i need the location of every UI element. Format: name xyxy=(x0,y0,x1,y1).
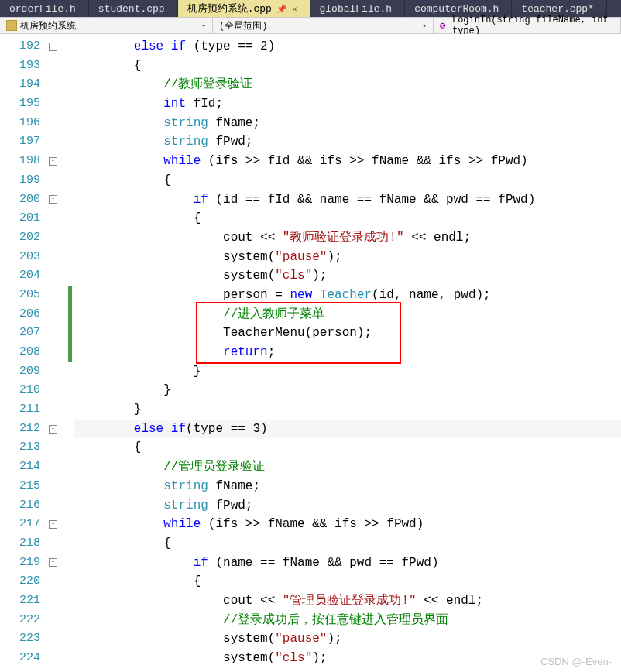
file-icon xyxy=(6,20,17,31)
chevron-down-icon[interactable]: ▾ xyxy=(202,22,206,30)
close-icon[interactable]: ✕ xyxy=(292,4,297,14)
code-line[interactable]: system("cls"); xyxy=(74,266,327,286)
line-number: 210 xyxy=(0,381,40,400)
code-line[interactable]: //进入教师子菜单 xyxy=(74,305,324,324)
code-line[interactable]: } xyxy=(74,362,201,382)
code-line[interactable]: system("pause"); xyxy=(74,248,342,267)
fold-toggle[interactable]: - xyxy=(49,520,57,529)
line-number: 215 xyxy=(0,477,40,496)
context-function-label: LoginIn(string fileName, int type) xyxy=(452,15,614,36)
code-line[interactable]: { xyxy=(74,438,141,458)
code-line[interactable]: { xyxy=(74,57,141,76)
fold-gutter[interactable]: ------ xyxy=(46,34,68,672)
line-number: 206 xyxy=(0,305,40,324)
line-number: 220 xyxy=(0,572,40,591)
line-number: 197 xyxy=(0,132,40,152)
pin-icon: 📌 xyxy=(276,4,287,14)
code-line[interactable]: } xyxy=(74,400,141,420)
change-mark-gutter xyxy=(68,34,74,672)
line-number: 224 xyxy=(0,649,40,668)
tab-label: student.cpp xyxy=(98,3,165,15)
function-icon: ⊘ xyxy=(440,20,449,31)
context-file[interactable]: 机房预约系统 ▾ xyxy=(0,18,213,33)
line-number: 200 xyxy=(0,190,40,210)
code-area[interactable]: else if (type == 2) { //教师登录验证 int fId; … xyxy=(74,34,621,672)
line-number: 211 xyxy=(0,400,40,420)
code-line[interactable]: string fPwd; xyxy=(74,132,252,152)
code-line[interactable]: system("pause"); xyxy=(74,629,342,649)
fold-toggle[interactable]: - xyxy=(49,558,57,567)
context-file-label: 机房预约系统 xyxy=(20,19,76,33)
code-line[interactable]: return; xyxy=(74,343,275,362)
code-line[interactable]: string fPwd; xyxy=(74,496,252,516)
line-number: 201 xyxy=(0,209,40,228)
code-line[interactable]: TeacherMenu(person); xyxy=(74,324,372,343)
tab-studentcpp[interactable]: student.cpp xyxy=(89,0,178,17)
tab-orderFileh[interactable]: orderFile.h xyxy=(0,0,89,17)
context-scope[interactable]: (全局范围) ▾ xyxy=(213,18,434,33)
code-line[interactable]: cout << "管理员验证登录成功!" << endl; xyxy=(74,591,483,611)
code-line[interactable]: if (name == fName && pwd == fPwd) xyxy=(74,554,438,573)
code-line[interactable]: if (id == fId && name == fName && pwd ==… xyxy=(74,190,535,210)
line-number: 209 xyxy=(0,362,40,382)
line-number: 222 xyxy=(0,611,40,630)
tab-label: teacher.cpp* xyxy=(521,3,594,15)
fold-toggle[interactable]: - xyxy=(49,43,57,51)
code-line[interactable]: while (ifs >> fId && ifs >> fName && ifs… xyxy=(74,152,528,171)
tab-label: 机房预约系统.cpp xyxy=(187,2,272,15)
line-number: 219 xyxy=(0,554,40,573)
line-number: 195 xyxy=(0,94,40,114)
tab-globalFileh[interactable]: globalFile.h xyxy=(310,0,406,17)
line-number: 218 xyxy=(0,534,40,554)
line-number: 221 xyxy=(0,591,40,611)
code-line[interactable]: { xyxy=(74,171,171,190)
line-number: 202 xyxy=(0,228,40,248)
line-number: 192 xyxy=(0,37,40,57)
code-line[interactable]: system("cls"); xyxy=(74,649,327,668)
code-line[interactable]: else if (type == 2) xyxy=(74,37,275,57)
tab-label: computerRoom.h xyxy=(414,3,499,15)
tab-label: orderFile.h xyxy=(9,3,76,15)
code-line[interactable]: string fName; xyxy=(74,114,260,133)
code-line[interactable]: else if(type == 3) xyxy=(74,420,268,439)
change-mark xyxy=(68,286,72,362)
code-line[interactable]: { xyxy=(74,572,201,591)
code-line[interactable]: //登录成功后，按任意键进入管理员界面 xyxy=(74,611,448,630)
context-bar: 机房预约系统 ▾ (全局范围) ▾ ⊘ LoginIn(string fileN… xyxy=(0,17,621,34)
code-line[interactable]: //管理员登录验证 xyxy=(74,458,265,477)
line-number-gutter: 1921931941951961971981992002012022032042… xyxy=(0,34,46,672)
watermark: CSDN @-Even- xyxy=(540,656,612,667)
fold-toggle[interactable]: - xyxy=(49,157,57,166)
code-line[interactable]: while (ifs >> fName && ifs >> fPwd) xyxy=(74,515,424,534)
line-number: 194 xyxy=(0,75,40,94)
line-number: 223 xyxy=(0,629,40,649)
code-line[interactable]: cout << "教师验证登录成功!" << endl; xyxy=(74,228,471,248)
line-number: 208 xyxy=(0,343,40,362)
code-line[interactable]: { xyxy=(74,209,201,228)
code-line[interactable]: int fId; xyxy=(74,94,223,114)
context-function[interactable]: ⊘ LoginIn(string fileName, int type) xyxy=(434,18,621,33)
line-number: 204 xyxy=(0,266,40,286)
line-number: 212 xyxy=(0,420,40,439)
line-number: 214 xyxy=(0,458,40,477)
line-number: 205 xyxy=(0,286,40,305)
line-number: 198 xyxy=(0,152,40,171)
line-number: 196 xyxy=(0,114,40,133)
line-number: 199 xyxy=(0,171,40,190)
fold-toggle[interactable]: - xyxy=(49,195,57,204)
line-number: 217 xyxy=(0,515,40,534)
fold-toggle[interactable]: - xyxy=(49,425,57,434)
line-number: 207 xyxy=(0,324,40,343)
line-number: 193 xyxy=(0,57,40,76)
line-number: 216 xyxy=(0,496,40,516)
code-line[interactable]: //教师登录验证 xyxy=(74,75,252,94)
tab-机房预约系统cpp[interactable]: 机房预约系统.cpp📌✕ xyxy=(178,0,310,17)
chevron-down-icon[interactable]: ▾ xyxy=(423,22,427,30)
code-line[interactable]: { xyxy=(74,534,171,554)
code-line[interactable]: string fName; xyxy=(74,477,260,496)
line-number: 213 xyxy=(0,438,40,458)
code-line[interactable]: } xyxy=(74,381,171,400)
tab-label: globalFile.h xyxy=(320,3,393,15)
code-line[interactable]: person = new Teacher(id, name, pwd); xyxy=(74,286,491,305)
code-editor[interactable]: 1921931941951961971981992002012022032042… xyxy=(0,34,621,672)
